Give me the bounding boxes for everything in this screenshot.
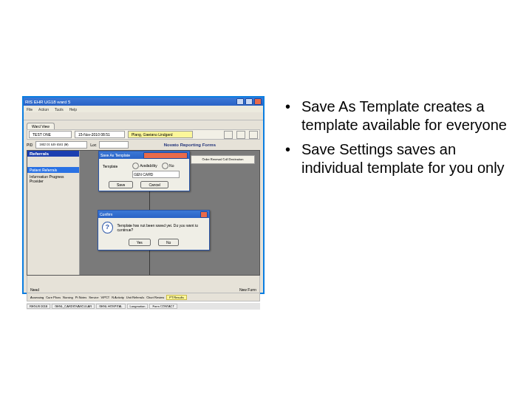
status-cell: Form CONTACT [149, 304, 177, 309]
slide: Save As Template creates a template avai… [0, 0, 532, 399]
dialog-titlebar: Save As Template [99, 151, 189, 159]
close-icon[interactable] [254, 98, 262, 105]
confirm-title: Confirm [100, 212, 113, 216]
new-form-label[interactable]: New Form [239, 287, 256, 292]
avail-label: Availability [140, 163, 157, 168]
tab-row: Ward View [24, 120, 263, 129]
confirm-dialog: Confirm ? Template has not been saved ye… [98, 210, 210, 250]
menu-item[interactable]: Help [69, 107, 77, 112]
window-title: RIS EHR UG18 ward 5 [25, 100, 235, 104]
strip-item[interactable]: Pt Notes [75, 296, 86, 299]
bullet-item: Save Settings saves an individual templa… [281, 140, 510, 177]
status-cell: GENL HOSPITAL [96, 304, 125, 309]
referrals-header: Referrals [27, 151, 79, 157]
menu-item[interactable]: File [27, 107, 33, 112]
app-screenshot: RIS EHR UG18 ward 5 File Action Tools He… [22, 96, 265, 294]
tab-ward-view[interactable]: Ward View [27, 123, 55, 129]
pid-label: PID [27, 143, 33, 147]
menu-item[interactable]: Action [38, 107, 49, 112]
patient-info-bar: TEST ONE 15-Nov-2010 08:51 Plang, Gaetan… [27, 129, 260, 140]
workspace: Referrals Patient Referrals Information … [27, 150, 260, 276]
radio-no-label: No [169, 163, 174, 168]
toolbar-delete-icon[interactable] [224, 131, 233, 139]
template-name-input[interactable] [132, 171, 180, 178]
pid-value: 1802 01 649 6561 (M) [35, 141, 87, 149]
save-button[interactable]: Save [109, 181, 133, 188]
confirm-message: Template has not been saved yet. Do you … [117, 223, 205, 232]
menu-item[interactable]: Tools [55, 107, 64, 112]
strip-item[interactable]: Care Plans [46, 296, 61, 299]
status-cell: REGUS 0018 [27, 304, 50, 309]
dialog-close-icon[interactable] [143, 152, 188, 159]
toolbar-print-icon[interactable] [249, 131, 258, 139]
status-bar: REGUS 0018 GENL_CARDIOVASCULAR GENL HOSP… [27, 303, 260, 310]
toolbar-info-icon[interactable] [236, 131, 245, 139]
minimize-icon[interactable] [236, 98, 244, 105]
subtabs[interactable]: Information Progress Provider [27, 173, 79, 185]
bullet-item: Save As Template creates a template avai… [281, 98, 510, 134]
radio-yes[interactable]: Availability [132, 163, 157, 169]
radio-no[interactable]: No [162, 163, 174, 169]
forms-title: Novato Reporting Forms [164, 143, 216, 147]
need-label: Need [30, 287, 39, 292]
confirm-titlebar: Confirm [98, 211, 209, 218]
patient-date: 15-Nov-2010 08:51 [75, 131, 125, 138]
strip-item[interactable]: Unit Referrals [126, 296, 144, 299]
window-titlebar: RIS EHR UG18 ward 5 [24, 98, 263, 106]
strip-item[interactable]: N Activity [112, 296, 123, 299]
loc-label: Loc [90, 143, 96, 147]
loc-value [99, 141, 129, 149]
patient-referrals-row[interactable]: Patient Referrals [27, 167, 79, 173]
strip-item[interactable]: Assessing [30, 296, 44, 299]
strip-item[interactable]: Nursing [63, 296, 73, 299]
toolbar [24, 112, 263, 120]
bottom-bar: Need New Form [27, 276, 260, 293]
menu-bar: File Action Tools Help [24, 106, 263, 112]
strip-item-active[interactable]: PT Results [166, 295, 187, 300]
sub-info-bar: PID 1802 01 649 6561 (M) Loc Novato Repo… [27, 141, 260, 149]
strip-item[interactable]: Service [89, 296, 98, 299]
tab-strip: Assessing Care Plans Nursing Pt Notes Se… [27, 293, 260, 301]
yes-button[interactable]: Yes [129, 239, 151, 246]
status-cell: Longmotion [127, 304, 149, 309]
patient-id: TEST ONE [29, 131, 72, 138]
strip-item[interactable]: V/PCT [101, 296, 110, 299]
save-template-dialog: Save As Template Template Availability N… [98, 151, 190, 191]
maximize-icon[interactable] [245, 98, 253, 105]
patient-location: Plang, Gaetano Lindgard [128, 131, 193, 138]
left-panel: Referrals Patient Referrals Information … [27, 151, 80, 275]
dialog-title: Save As Template [100, 153, 143, 157]
status-cell: GENL_CARDIOVASCULAR [52, 304, 95, 309]
strip-item[interactable]: Chart Review [146, 296, 164, 299]
confirm-close-icon[interactable] [200, 211, 208, 218]
question-icon: ? [102, 222, 113, 233]
template-label: Template [103, 164, 129, 168]
cancel-button[interactable]: Cancel [140, 181, 168, 188]
no-button[interactable]: No [158, 239, 179, 246]
order-renewal-box[interactable]: Order Renewal Call Destination [191, 155, 255, 164]
bullet-list: Save As Template creates a template avai… [281, 98, 510, 183]
